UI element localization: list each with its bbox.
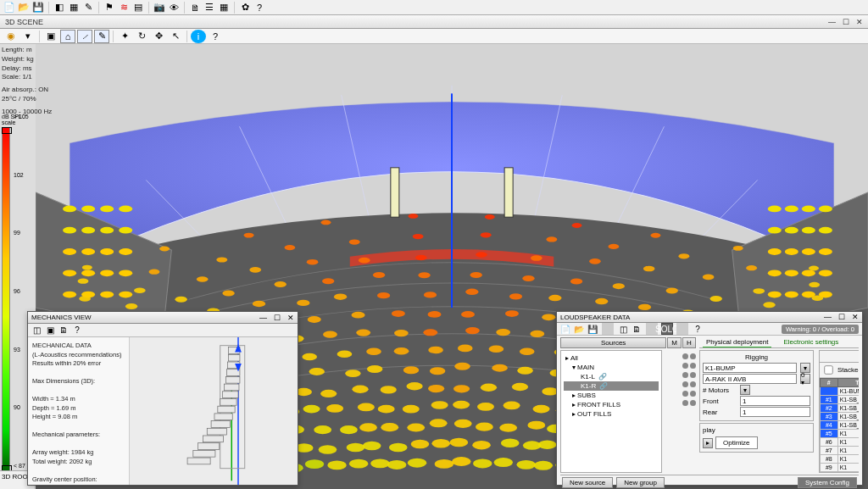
globe-icon[interactable]: ◉	[3, 30, 19, 43]
svg-point-318	[534, 461, 553, 470]
front-input[interactable]	[740, 396, 810, 406]
layers-icon[interactable]: ▦	[68, 2, 80, 14]
doc-icon[interactable]: 🗎	[631, 323, 643, 335]
new-group-button[interactable]: New group	[616, 477, 665, 488]
edit-icon[interactable]: ✎	[82, 2, 94, 14]
ruler-icon[interactable]: ⟋	[77, 30, 92, 43]
cube-outline-icon[interactable]: ◫	[31, 325, 42, 336]
svg-rect-379	[226, 376, 240, 383]
close-icon[interactable]: ✕	[287, 314, 294, 322]
tree-item-all[interactable]: ▸ All	[564, 353, 659, 363]
open-icon[interactable]: 📂	[573, 323, 585, 335]
cube-icon[interactable]: ▣	[44, 325, 56, 336]
pan-icon[interactable]: ✥	[151, 30, 166, 43]
maximize-icon[interactable]: ☐	[838, 313, 845, 321]
svg-point-88	[352, 312, 365, 319]
svg-point-371	[819, 292, 832, 298]
tree-item-k1l[interactable]: K1-L 🔗	[564, 372, 659, 381]
tab-electronic-settings[interactable]: Electronic settings	[780, 337, 842, 347]
grid-icon[interactable]: ▦	[218, 2, 230, 14]
svg-point-314	[452, 457, 470, 466]
box-icon[interactable]: ▣	[43, 30, 58, 43]
svg-point-243	[359, 423, 377, 431]
tab-m[interactable]: M	[667, 337, 682, 348]
doc-icon[interactable]: 🗎	[58, 325, 70, 336]
source-tree[interactable]: ▸ All ▾ MAIN K1-L 🔗 K1-R 🔗 ▸ SUBS ▸ FRON…	[560, 350, 662, 473]
save-icon[interactable]: 💾	[587, 323, 598, 335]
stepper-icon[interactable]: 0 ▾	[800, 374, 810, 384]
camera-icon[interactable]: 📷	[153, 2, 165, 14]
tree-item-k1r[interactable]: K1-R 🔗	[564, 381, 659, 391]
optimize-button[interactable]: Optimize	[715, 436, 758, 449]
tab-physical-deployment[interactable]: Physical deployment	[703, 337, 771, 347]
maximize-icon[interactable]: ☐	[843, 18, 849, 26]
mechanics-array-view[interactable]	[130, 337, 298, 485]
rear-input[interactable]	[740, 407, 810, 417]
help-icon[interactable]: ?	[71, 325, 83, 336]
bumper-select[interactable]	[703, 363, 797, 373]
mechanics-window[interactable]: MECHANICS VIEW —☐✕ ◫ ▣ 🗎 ? MECHANICAL DA…	[27, 311, 298, 486]
svg-point-134	[428, 347, 443, 354]
close-icon[interactable]: ✕	[856, 18, 863, 26]
save-file-icon[interactable]: 💾	[32, 2, 44, 14]
help-icon[interactable]: ?	[253, 2, 265, 14]
tree-item-outfills[interactable]: ▸ OUT FILLS	[564, 409, 659, 419]
wave-icon[interactable]: ≋	[118, 2, 130, 14]
axes-icon[interactable]: ✦	[117, 30, 132, 43]
help-icon[interactable]: ?	[692, 323, 704, 335]
minimize-icon[interactable]: —	[828, 18, 836, 26]
svg-point-351	[119, 292, 132, 298]
loudspeaker-window[interactable]: LOUDSPEAKER DATA —☐✕ 📄 📂 💾 ◫ 🗎 SOLO ? Wa…	[556, 311, 863, 486]
pen-icon[interactable]: ✎	[94, 30, 109, 43]
cube-icon[interactable]: ◧	[53, 2, 65, 14]
new-file-icon[interactable]: 📄	[3, 2, 15, 14]
minimize-icon[interactable]: —	[824, 313, 832, 321]
svg-rect-9	[391, 168, 399, 217]
new-source-button[interactable]: New source	[562, 477, 613, 488]
scene-info: Length: m Weight: kg Delay: ms Scale: 1/…	[2, 46, 52, 117]
doc-icon[interactable]: 🗎	[189, 2, 201, 14]
svg-point-87	[308, 316, 321, 323]
new-icon[interactable]: 📄	[559, 323, 571, 335]
list-icon[interactable]: ☰	[203, 2, 215, 14]
stacked-checkbox[interactable]	[824, 365, 832, 374]
system-config-button[interactable]: System Config	[798, 477, 857, 488]
elements-panel: Elements Stacked # Enclosures ▾ #TypeAng…	[819, 350, 859, 473]
elements-table[interactable]: #TypeAngleH Opening K1-BUMP#1K1-SB_X0#2K…	[820, 378, 859, 472]
close-icon[interactable]: ✕	[852, 313, 859, 321]
dropdown-icon[interactable]: ▾	[20, 30, 36, 43]
cursor-icon[interactable]: ↖	[168, 30, 183, 43]
tab-h[interactable]: H	[682, 337, 696, 348]
settings-icon[interactable]: ✿	[239, 2, 251, 14]
svg-point-276	[363, 442, 381, 450]
svg-rect-376	[228, 354, 240, 361]
svg-point-368	[768, 292, 782, 298]
chart-icon[interactable]: ▤	[132, 2, 144, 14]
tree-item-frontfills[interactable]: ▸ FRONT FILLS	[564, 400, 659, 409]
info-icon[interactable]: i	[191, 30, 206, 43]
mechanics-title-bar[interactable]: MECHANICS VIEW —☐✕	[28, 312, 298, 324]
arak-select[interactable]	[703, 374, 797, 384]
flag-icon[interactable]: ⚑	[103, 2, 115, 14]
tab-sources[interactable]: Sources	[560, 337, 666, 348]
play-icon[interactable]: ▸	[703, 438, 713, 448]
loudspeaker-title-bar[interactable]: LOUDSPEAKER DATA —☐✕	[557, 312, 862, 323]
svg-point-74	[548, 295, 561, 301]
rotate-icon[interactable]: ↻	[134, 30, 149, 43]
svg-point-354	[802, 206, 815, 213]
stepper-icon[interactable]: ▾	[740, 385, 750, 395]
maximize-icon[interactable]: ☐	[274, 314, 281, 322]
scene-help-icon[interactable]: ?	[208, 30, 223, 43]
tree-item-main[interactable]: ▾ MAIN	[564, 363, 659, 372]
svg-point-48	[125, 303, 137, 309]
svg-point-42	[589, 258, 601, 264]
tree-item-subs[interactable]: ▸ SUBS	[564, 391, 659, 400]
svg-point-336	[63, 227, 76, 234]
cube-icon[interactable]: ◫	[617, 323, 629, 335]
solo-button[interactable]: SOLO	[661, 323, 673, 335]
home-icon[interactable]: ⌂	[60, 30, 75, 43]
open-file-icon[interactable]: 📂	[18, 2, 30, 14]
svg-point-35	[197, 276, 209, 282]
eye-icon[interactable]: 👁	[168, 2, 180, 14]
minimize-icon[interactable]: —	[259, 314, 267, 322]
